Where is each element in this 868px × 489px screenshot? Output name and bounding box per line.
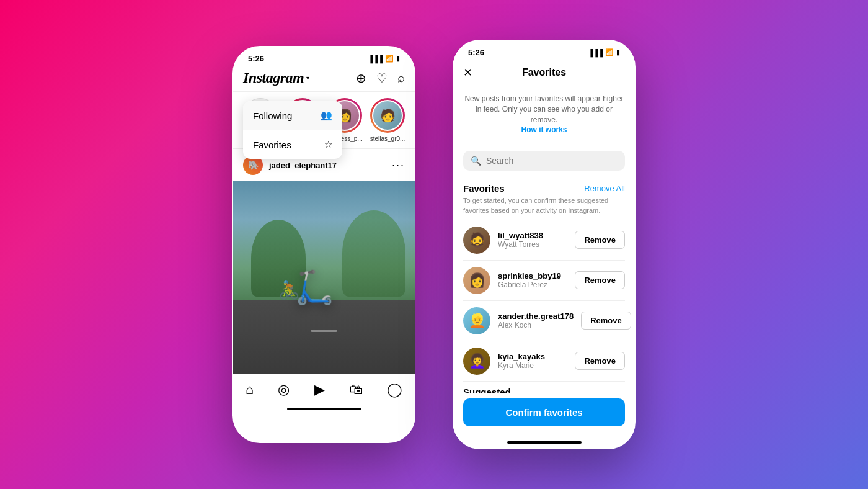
remove-button-xander[interactable]: Remove bbox=[581, 312, 631, 330]
list-item: 👩 sprinkles_bby19 Gabriela Perez Remove bbox=[453, 261, 635, 300]
home-indicator-2 bbox=[453, 436, 635, 449]
home-bar-2 bbox=[507, 441, 582, 444]
wifi-icon-2: 📶 bbox=[605, 48, 614, 56]
how-it-works-link[interactable]: How it works bbox=[521, 125, 567, 134]
username-sprinkles: sprinkles_bby19 bbox=[498, 271, 567, 280]
favorites-info-text: New posts from your favorites will appea… bbox=[453, 86, 635, 143]
phone-instagram-feed: 5:26 ▐▐▐ 📶 ▮ Instagram ▾ ⊕ ♡ ⌕ Following bbox=[232, 46, 415, 443]
suggested-section-title: Suggested bbox=[463, 387, 511, 393]
road bbox=[233, 300, 415, 374]
following-icon: 👥 bbox=[321, 110, 332, 121]
favorites-scroll-area: Favorites Remove All To get started, you… bbox=[453, 178, 635, 393]
user-info-sprinkles: sprinkles_bby19 Gabriela Perez bbox=[498, 271, 567, 289]
avatar-img-xander: 👱 bbox=[463, 307, 490, 334]
avatar-lil-wyatt: 🧔 bbox=[463, 227, 490, 254]
post-scene-bg: 🛴 🚴 bbox=[233, 181, 415, 374]
remove-button-lil-wyatt[interactable]: Remove bbox=[575, 231, 625, 249]
post-more-options-icon[interactable]: ··· bbox=[392, 159, 405, 172]
remove-button-kyia[interactable]: Remove bbox=[575, 352, 625, 370]
battery-icon-2: ▮ bbox=[616, 48, 620, 56]
favorites-info-content: New posts from your favorites will appea… bbox=[464, 94, 623, 124]
realname-kyia: Kyra Marie bbox=[498, 361, 567, 370]
realname-xander: Alex Koch bbox=[498, 321, 574, 330]
avatar-kyia: 👩‍🦱 bbox=[463, 348, 490, 375]
favorites-title: Favorites bbox=[522, 67, 566, 78]
realname-sprinkles: Gabriela Perez bbox=[498, 280, 567, 289]
following-label: Following bbox=[253, 110, 292, 121]
suggested-section-header: Suggested bbox=[453, 382, 635, 393]
favorites-section-header: Favorites Remove All bbox=[453, 178, 635, 196]
instagram-logo: Instagram bbox=[243, 70, 304, 86]
remove-all-button[interactable]: Remove All bbox=[584, 184, 625, 193]
search-icon[interactable]: ⌕ bbox=[397, 71, 405, 85]
favorites-section-desc: To get started, you can confirm these su… bbox=[453, 196, 635, 220]
user-info-xander: xander.the.great178 Alex Koch bbox=[498, 312, 574, 330]
wifi-icon: 📶 bbox=[385, 55, 394, 63]
home-indicator bbox=[233, 403, 415, 415]
dropdown-following[interactable]: Following 👥 bbox=[243, 101, 342, 130]
search-input-favorites[interactable] bbox=[486, 156, 618, 166]
signal-icon: ▐▐▐ bbox=[368, 55, 383, 63]
status-time-phone1: 5:26 bbox=[248, 54, 264, 63]
favorites-label: Favorites bbox=[253, 140, 291, 150]
feed-dropdown-menu: Following 👥 Favorites ☆ bbox=[243, 101, 342, 159]
profile-nav-icon[interactable]: ◯ bbox=[387, 382, 402, 398]
scooter-figure: 🛴 bbox=[294, 269, 335, 307]
tree-right bbox=[342, 210, 406, 297]
bottom-navigation: ⌂ ◎ ▶ 🛍 ◯ bbox=[233, 374, 415, 403]
user-info-kyia: kyia_kayaks Kyra Marie bbox=[498, 352, 567, 370]
status-icons-phone2: ▐▐▐ 📶 ▮ bbox=[588, 48, 620, 56]
avatar-img-sprinkles: 👩 bbox=[463, 267, 490, 294]
list-item: 🧔 lil_wyatt838 Wyatt Torres Remove bbox=[453, 220, 635, 260]
story-avatar-stellas: 🧑 bbox=[370, 98, 405, 133]
status-bar-phone1: 5:26 ▐▐▐ 📶 ▮ bbox=[233, 47, 415, 66]
cyclist-figure: 🚴 bbox=[278, 280, 300, 300]
home-nav-icon[interactable]: ⌂ bbox=[246, 382, 254, 398]
battery-icon: ▮ bbox=[396, 55, 400, 63]
messages-nav-icon[interactable]: ◎ bbox=[278, 382, 290, 398]
story-avatar-inner-stellas: 🧑 bbox=[372, 100, 403, 131]
remove-button-sprinkles[interactable]: Remove bbox=[575, 271, 625, 289]
road-line bbox=[311, 330, 338, 332]
avatar-sprinkles: 👩 bbox=[463, 267, 490, 294]
list-item: 👩‍🦱 kyia_kayaks Kyra Marie Remove bbox=[453, 341, 635, 381]
realname-lil-wyatt: Wyatt Torres bbox=[498, 240, 567, 249]
dropdown-arrow-icon: ▾ bbox=[306, 74, 309, 81]
user-info-lil-wyatt: lil_wyatt838 Wyatt Torres bbox=[498, 231, 567, 249]
signal-icon-2: ▐▐▐ bbox=[588, 49, 603, 56]
favorites-search-bar[interactable]: 🔍 bbox=[463, 151, 625, 171]
search-icon-favorites: 🔍 bbox=[471, 156, 481, 166]
favorites-header: ✕ Favorites bbox=[453, 60, 635, 86]
confirm-favorites-button[interactable]: Confirm favorites bbox=[463, 398, 625, 426]
heart-icon[interactable]: ♡ bbox=[376, 71, 388, 86]
story-item-stellas[interactable]: 🧑 stellas_gr0... bbox=[370, 98, 405, 142]
logo-area[interactable]: Instagram ▾ bbox=[243, 70, 309, 86]
username-kyia: kyia_kayaks bbox=[498, 352, 567, 361]
new-post-icon[interactable]: ⊕ bbox=[356, 71, 366, 86]
story-label-stellas: stellas_gr0... bbox=[370, 135, 405, 142]
close-button[interactable]: ✕ bbox=[463, 66, 472, 79]
star-icon: ☆ bbox=[324, 139, 332, 150]
instagram-header: Instagram ▾ ⊕ ♡ ⌕ bbox=[233, 66, 415, 92]
phone-favorites: 5:26 ▐▐▐ 📶 ▮ ✕ Favorites New posts from … bbox=[453, 40, 636, 449]
avatar-img-lil-wyatt: 🧔 bbox=[463, 227, 490, 254]
dropdown-favorites[interactable]: Favorites ☆ bbox=[243, 130, 342, 159]
status-icons-phone1: ▐▐▐ 📶 ▮ bbox=[368, 55, 400, 63]
status-bar-phone2: 5:26 ▐▐▐ 📶 ▮ bbox=[453, 40, 635, 60]
post-username: jaded_elephant17 bbox=[269, 161, 337, 170]
list-item: 👱 xander.the.great178 Alex Koch Remove bbox=[453, 301, 635, 341]
header-icons: ⊕ ♡ ⌕ bbox=[356, 71, 405, 86]
reels-nav-icon[interactable]: ▶ bbox=[314, 382, 325, 398]
username-lil-wyatt: lil_wyatt838 bbox=[498, 231, 567, 240]
home-bar bbox=[287, 408, 361, 410]
post-image: 🛴 🚴 bbox=[233, 181, 415, 374]
avatar-xander: 👱 bbox=[463, 307, 490, 334]
username-xander: xander.the.great178 bbox=[498, 312, 574, 321]
avatar-img-kyia: 👩‍🦱 bbox=[463, 348, 490, 375]
shop-nav-icon[interactable]: 🛍 bbox=[349, 382, 363, 398]
favorites-section-title: Favorites bbox=[463, 183, 505, 194]
status-time-phone2: 5:26 bbox=[468, 48, 484, 57]
